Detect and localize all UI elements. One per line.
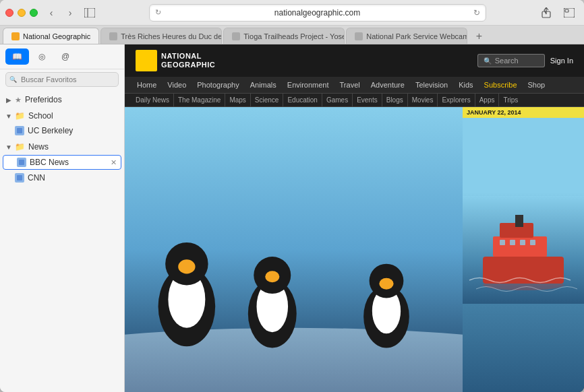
ng-subnav-movies[interactable]: Movies	[408, 94, 438, 106]
ng-subnav-education[interactable]: Education	[283, 94, 322, 106]
bookmark-uc-berkeley-icon	[15, 126, 24, 135]
url-text: nationalgeographic.com	[165, 8, 469, 18]
sidebar-item-cnn[interactable]: CNN	[0, 170, 124, 185]
ng-subnav-science[interactable]: Science	[251, 94, 284, 106]
tab-label-4: National Park Service Webcam	[366, 32, 467, 40]
ng-nav-environment[interactable]: Environment	[282, 77, 334, 93]
nav-buttons: ‹ ›	[43, 5, 78, 20]
ng-ship-scene	[463, 107, 584, 392]
ng-signin-button[interactable]: Sign In	[550, 57, 573, 65]
tab-label-3: Tioga Trailheads Project - Yosemite...	[243, 32, 345, 40]
ng-logo: NATIONAL GEOGRAPHIC	[136, 50, 215, 71]
tab-national-geographic[interactable]: National Geographic	[3, 28, 99, 44]
penguin-scene	[125, 107, 463, 392]
chevron-down-news-icon: ▼	[5, 143, 12, 150]
sidebar-tab-bookmarks[interactable]: 📖	[5, 48, 29, 65]
main-area: 📖 ◎ @ ▶	[0, 44, 584, 392]
ng-logo-rect	[136, 50, 157, 71]
tab-favicon-1	[11, 32, 20, 40]
svg-rect-29	[493, 236, 547, 257]
forward-button[interactable]: ›	[62, 5, 78, 20]
share-button[interactable]	[537, 5, 556, 20]
close-bbc-news-icon[interactable]: ✕	[109, 158, 118, 167]
sidebar-item-news[interactable]: ▼ 📁 News	[0, 139, 124, 154]
sidebar-search-input[interactable]	[5, 72, 119, 87]
svg-point-14	[178, 259, 195, 273]
svg-rect-4	[565, 9, 568, 12]
ng-subnav-games[interactable]: Games	[322, 94, 353, 106]
uc-berkeley-label: UC Berkeley	[28, 126, 73, 135]
maximize-button[interactable]	[30, 9, 38, 17]
svg-rect-35	[530, 240, 535, 245]
bookmarks-icon: 📖	[12, 52, 22, 61]
bbc-news-label: BBC News	[30, 158, 109, 167]
ng-nav-subscribe[interactable]: Subscribe	[479, 77, 523, 93]
star-icon: ★	[15, 96, 22, 104]
shared-icon: @	[61, 52, 69, 61]
bookmark-cnn-icon	[15, 173, 24, 183]
tab-favicon-3	[232, 32, 240, 40]
svg-point-18	[265, 271, 279, 282]
tab-label-1: National Geographic	[23, 32, 90, 40]
ng-search-label: Search	[495, 57, 519, 65]
sidebar-item-bbc-news[interactable]: BBC News ✕	[3, 155, 121, 170]
minimize-button[interactable]	[18, 9, 26, 17]
toolbar-right	[537, 5, 579, 20]
ng-subnav-blogs[interactable]: Blogs	[382, 94, 408, 106]
tab-icon	[564, 8, 575, 18]
ng-nav: Home Video Photography Animals Environme…	[125, 77, 584, 94]
ng-search-box[interactable]: 🔍 Search	[477, 54, 545, 67]
ng-subnav-events[interactable]: Events	[353, 94, 382, 106]
new-tab-button[interactable]	[560, 5, 579, 20]
tab-favicon-4	[355, 32, 363, 40]
ng-nav-kids[interactable]: Kids	[453, 77, 478, 93]
tab-tres-riches[interactable]: Très Riches Heures du Duc de Berry -...	[100, 28, 222, 44]
preferidos-label: Preferidos	[25, 95, 62, 104]
sidebar-search-container	[0, 69, 124, 90]
close-button[interactable]	[5, 9, 13, 17]
folder-news-icon: 📁	[15, 142, 25, 152]
ng-subnav-trips[interactable]: Trips	[499, 94, 522, 106]
ship-illustration	[463, 196, 584, 304]
sidebar-item-school[interactable]: ▼ 📁 School	[0, 108, 124, 123]
chevron-down-school-icon: ▼	[5, 112, 12, 119]
ng-subnav-magazine[interactable]: The Magazine	[174, 94, 225, 106]
sidebar-item-preferidos[interactable]: ▶ ★ Preferidos	[0, 92, 124, 107]
sidebar-tab-shared[interactable]: @	[55, 48, 76, 65]
sidebar-icon	[84, 8, 95, 18]
svg-rect-31	[515, 215, 523, 227]
ng-hero-side: JANUARY 22, 2014	[463, 107, 584, 392]
sidebar-tab-reading[interactable]: ◎	[32, 48, 52, 65]
address-bar[interactable]: ↻ nationalgeographic.com ↻	[149, 4, 486, 22]
new-tab-plus[interactable]: +	[471, 29, 486, 44]
tab-tioga[interactable]: Tioga Trailheads Project - Yosemite...	[223, 28, 345, 44]
sidebar-search-wrap	[5, 72, 119, 87]
reading-icon: ◎	[38, 52, 45, 61]
refresh-button[interactable]: ↻	[473, 8, 480, 18]
ng-subnav-daily-news[interactable]: Daily News	[132, 94, 174, 106]
ng-nav-travel[interactable]: Travel	[334, 77, 366, 93]
ng-nav-television[interactable]: Television	[410, 77, 453, 93]
ng-subnav-explorers[interactable]: Explorers	[438, 94, 475, 106]
tab-label-2: Très Riches Heures du Duc de Berry -...	[121, 32, 222, 40]
ng-logo-text: NATIONAL GEOGRAPHIC	[161, 52, 215, 69]
ng-nav-photography[interactable]: Photography	[192, 77, 244, 93]
news-label: News	[28, 142, 49, 152]
ng-nav-shop[interactable]: Shop	[523, 77, 551, 93]
sidebar-item-uc-berkeley[interactable]: UC Berkeley	[0, 123, 124, 138]
tab-nps-webcam[interactable]: National Park Service Webcam	[346, 28, 467, 44]
ng-hero-main	[125, 107, 463, 392]
ng-nav-home[interactable]: Home	[132, 77, 162, 93]
back-button[interactable]: ‹	[43, 5, 59, 20]
ng-date-badge: JANUARY 22, 2014	[463, 107, 584, 118]
ng-nav-adventure[interactable]: Adventure	[366, 77, 410, 93]
ng-subnav: Daily News The Magazine Maps Science Edu…	[125, 94, 584, 107]
ng-nav-video[interactable]: Video	[162, 77, 192, 93]
svg-point-22	[379, 278, 393, 290]
cnn-label: CNN	[28, 173, 45, 183]
sidebar-toggle-button[interactable]	[81, 5, 98, 20]
ng-subnav-maps[interactable]: Maps	[225, 94, 250, 106]
web-content: NATIONAL GEOGRAPHIC 🔍 Search Sign In	[125, 44, 584, 392]
ng-subnav-apps[interactable]: Apps	[475, 94, 500, 106]
ng-nav-animals[interactable]: Animals	[245, 77, 282, 93]
